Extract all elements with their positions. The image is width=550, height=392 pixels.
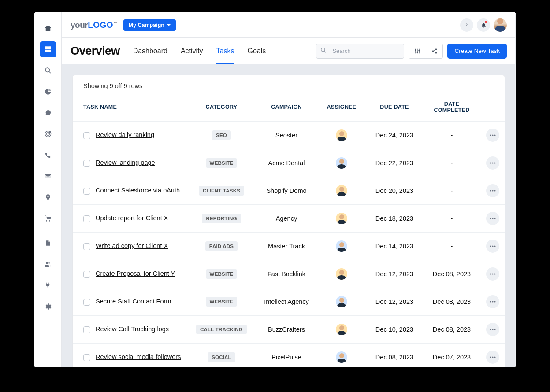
pie-chart-icon[interactable] [40, 84, 56, 100]
assignee-avatar[interactable] [336, 157, 347, 169]
svg-rect-2 [45, 50, 48, 52]
assignee-avatar[interactable] [336, 213, 347, 224]
campaign-name: PixelPulse [271, 354, 301, 361]
logo: yourLOGO™ [71, 20, 117, 30]
table-row: Connect Salesforce via oAuthCLIENT TASKS… [73, 177, 505, 205]
assignee-avatar[interactable] [336, 324, 347, 335]
svg-line-11 [324, 51, 326, 52]
home-icon[interactable] [40, 20, 56, 36]
completed-date: Dec 07, 2023 [433, 354, 471, 361]
tab-activity[interactable]: Activity [181, 38, 203, 64]
due-date: Dec 18, 2023 [375, 215, 413, 222]
row-more-button[interactable] [486, 323, 499, 336]
svg-point-38 [494, 273, 495, 274]
logo-part1: your [71, 20, 88, 30]
tab-dashboard[interactable]: Dashboard [133, 38, 167, 64]
search-input[interactable] [316, 44, 404, 59]
search-icon[interactable] [40, 63, 56, 78]
row-count-status: Showing 9 off 9 rows [73, 75, 505, 96]
assignee-avatar[interactable] [336, 296, 347, 307]
settings-icon[interactable] [40, 299, 56, 314]
row-checkbox[interactable] [83, 271, 90, 278]
svg-point-13 [415, 49, 416, 50]
svg-point-41 [494, 301, 495, 302]
category-badge: SOCIAL [208, 352, 235, 362]
campaign-name: Acme Dental [268, 159, 305, 166]
assignee-avatar[interactable] [336, 240, 347, 252]
tab-tasks[interactable]: Tasks [216, 38, 234, 64]
category-badge: WEBSITE [206, 269, 238, 279]
row-more-button[interactable] [486, 351, 499, 364]
task-link[interactable]: Write ad copy for Client X [96, 242, 168, 249]
caret-down-icon [167, 24, 171, 26]
task-link[interactable]: Review daily ranking [96, 131, 154, 138]
row-checkbox[interactable] [83, 188, 90, 195]
phone-icon[interactable] [40, 147, 56, 163]
row-more-button[interactable] [486, 240, 499, 253]
users-icon[interactable] [40, 256, 56, 272]
row-checkbox[interactable] [83, 160, 90, 167]
row-more-button[interactable] [486, 184, 499, 197]
location-icon[interactable] [40, 189, 56, 205]
notifications-button[interactable] [477, 18, 490, 32]
due-date: Dec 24, 2023 [375, 132, 413, 139]
help-button[interactable] [460, 18, 473, 32]
assignee-avatar[interactable] [336, 129, 347, 141]
campaign-name: Master Track [268, 243, 305, 250]
tab-goals[interactable]: Goals [248, 38, 266, 64]
row-checkbox[interactable] [83, 132, 90, 139]
mail-icon[interactable] [40, 168, 56, 184]
th-task-label: TASK NAME [83, 104, 117, 110]
due-date: Dec 20, 2023 [375, 187, 413, 194]
assignee-avatar[interactable] [336, 185, 347, 196]
row-more-button[interactable] [486, 212, 499, 225]
row-checkbox[interactable] [83, 354, 90, 361]
category-badge: CLIENT TASKS [199, 186, 244, 196]
task-link[interactable]: Secure Staff Contact Form [96, 298, 171, 305]
assignee-avatar[interactable] [336, 268, 347, 280]
row-checkbox[interactable] [83, 215, 90, 222]
create-task-button[interactable]: Create New Task [447, 44, 507, 59]
row-checkbox[interactable] [83, 299, 90, 306]
brand-area: yourLOGO™ My Campaign [71, 19, 176, 31]
task-link[interactable]: Review social media followers [96, 353, 181, 360]
category-badge: PAID ADS [205, 241, 238, 251]
task-link[interactable]: Update report for Client X [96, 214, 168, 222]
task-link[interactable]: Connect Salesforce via oAuth [96, 187, 180, 194]
completed-date: - [451, 159, 453, 166]
svg-point-36 [490, 273, 491, 274]
toolbar-split-button[interactable] [409, 44, 443, 59]
task-link[interactable]: Create Proposal for Client Y [96, 270, 175, 277]
dashboard-icon[interactable] [40, 41, 56, 57]
row-more-button[interactable] [486, 156, 499, 170]
task-link[interactable]: Review landing page [96, 159, 155, 166]
th-category: CATEGORY [187, 96, 256, 122]
completed-date: - [451, 132, 453, 139]
svg-rect-3 [48, 50, 51, 52]
file-icon[interactable] [40, 235, 56, 251]
svg-point-44 [494, 329, 495, 330]
assignee-avatar[interactable] [336, 351, 347, 363]
cart-icon[interactable] [40, 211, 56, 226]
row-more-button[interactable] [486, 129, 499, 142]
svg-point-8 [46, 262, 48, 264]
campaign-dropdown[interactable]: My Campaign [123, 19, 176, 31]
row-more-button[interactable] [486, 295, 499, 308]
row-more-button[interactable] [486, 267, 499, 281]
task-link[interactable]: Review Call Tracking logs [96, 325, 169, 333]
row-checkbox[interactable] [83, 243, 90, 250]
table-row: Secure Staff Contact FormWEBSITEIntellec… [73, 288, 505, 316]
share-icon[interactable] [426, 44, 442, 58]
user-avatar[interactable] [494, 18, 507, 32]
svg-point-47 [494, 356, 495, 358]
sliders-icon[interactable] [409, 44, 426, 58]
topbar-right [460, 18, 507, 32]
completed-date: - [451, 187, 453, 194]
plug-icon[interactable] [40, 277, 56, 293]
th-actions [480, 96, 505, 122]
row-checkbox[interactable] [83, 326, 90, 333]
svg-point-17 [419, 50, 420, 51]
target-icon[interactable] [40, 126, 56, 142]
svg-point-4 [45, 68, 49, 72]
chat-icon[interactable] [40, 105, 56, 121]
